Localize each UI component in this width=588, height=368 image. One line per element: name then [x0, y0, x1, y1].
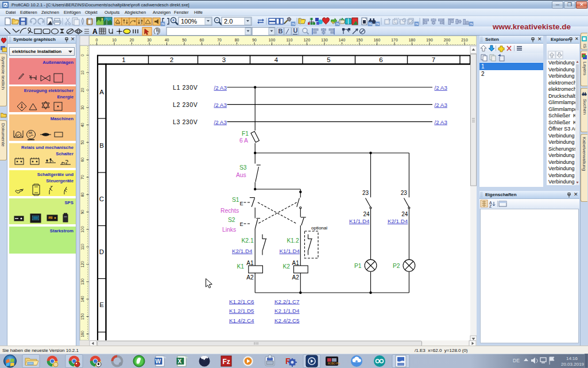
svg-text:Fz: Fz	[223, 358, 230, 366]
svg-text:Aus: Aus	[236, 172, 246, 178]
svg-text:S1: S1	[232, 197, 239, 203]
svg-text:70: 70	[80, 175, 84, 179]
svg-text:130: 130	[321, 38, 328, 42]
svg-text:K2/1.D4: K2/1.D4	[388, 218, 408, 224]
svg-text:ROBO Pro: ROBO Pro	[328, 362, 341, 365]
svg-text:50: 50	[182, 38, 187, 42]
svg-text:W: W	[156, 358, 161, 365]
svg-text:110: 110	[287, 38, 293, 42]
svg-text:10: 10	[80, 70, 84, 75]
svg-text:K1/1.D4: K1/1.D4	[349, 218, 370, 224]
svg-text:B: B	[278, 28, 283, 34]
svg-text:DE: DE	[513, 358, 520, 363]
svg-text:80: 80	[80, 192, 84, 197]
svg-text:K2.2/1.C7: K2.2/1.C7	[274, 298, 300, 305]
svg-text:K2.4/2.C5: K2.4/2.C5	[274, 317, 300, 324]
svg-text:A2: A2	[292, 274, 300, 281]
svg-text:/2 A3: /2 A3	[435, 85, 448, 91]
svg-text:S3: S3	[239, 164, 247, 171]
svg-text:S2: S2	[228, 217, 235, 223]
svg-text:0: 0	[96, 38, 98, 42]
svg-text:120: 120	[80, 261, 84, 268]
svg-text:A1: A1	[246, 260, 254, 266]
svg-text:C: C	[99, 195, 104, 202]
svg-text:2: 2	[170, 56, 173, 63]
svg-text:0: 0	[80, 54, 84, 56]
svg-text:/2 A3: /2 A3	[435, 119, 448, 125]
svg-text:23: 23	[362, 190, 369, 196]
svg-text:60: 60	[80, 158, 84, 162]
svg-text:A1: A1	[292, 260, 300, 266]
svg-text:E: E	[99, 301, 104, 308]
svg-text:D: D	[99, 248, 104, 255]
svg-text:Z: Z	[489, 204, 492, 208]
svg-text:210: 210	[461, 38, 468, 42]
svg-text:160: 160	[80, 331, 84, 338]
svg-text:3: 3	[222, 56, 226, 63]
svg-text:P1: P1	[354, 263, 362, 269]
svg-text:200: 200	[444, 38, 451, 42]
svg-text:/2 A3: /2 A3	[214, 85, 227, 91]
svg-text:160: 160	[374, 38, 381, 42]
svg-text:30: 30	[147, 38, 152, 42]
svg-text:10: 10	[112, 38, 117, 42]
svg-text:/2 A3: /2 A3	[435, 102, 448, 108]
svg-text:24: 24	[401, 211, 408, 217]
svg-text:23: 23	[401, 190, 408, 196]
svg-text:E: E	[240, 221, 243, 227]
svg-text:90: 90	[252, 38, 257, 42]
svg-text:50: 50	[80, 140, 84, 145]
svg-text:180: 180	[409, 38, 416, 42]
svg-text:K1.2/1.C6: K1.2/1.C6	[229, 298, 254, 305]
svg-text:20.03.2019: 20.03.2019	[561, 362, 585, 367]
svg-text:1: 1	[122, 56, 125, 63]
svg-text:SPS: SPS	[48, 217, 53, 220]
svg-text:80: 80	[235, 38, 239, 42]
svg-text:Rechts: Rechts	[220, 208, 239, 214]
svg-text:L2 230V: L2 230V	[173, 101, 198, 108]
svg-text:140: 140	[339, 38, 346, 42]
svg-text:L1 230V: L1 230V	[173, 84, 198, 91]
svg-text:6: 6	[379, 56, 382, 63]
svg-text:90: 90	[80, 210, 84, 214]
svg-text:X: X	[178, 358, 182, 365]
svg-text:110: 110	[80, 244, 84, 250]
svg-text:K1.4/2.C4: K1.4/2.C4	[229, 317, 254, 324]
svg-text:A2: A2	[246, 274, 254, 281]
svg-text:K1.2/1.D5: K1.2/1.D5	[229, 308, 254, 314]
svg-text:24: 24	[363, 211, 370, 217]
svg-text:K1/1.D4: K1/1.D4	[280, 248, 300, 254]
svg-text:K2: K2	[283, 263, 291, 270]
svg-text:K2.1/1.D4: K2.1/1.D4	[274, 308, 300, 314]
svg-text:60: 60	[200, 38, 204, 42]
svg-text:optional: optional	[311, 225, 327, 231]
svg-text:130: 130	[80, 278, 84, 285]
svg-text:100: 100	[80, 226, 84, 233]
svg-text:6 A: 6 A	[239, 137, 248, 144]
svg-text:140: 140	[80, 296, 84, 302]
svg-text:88: 88	[29, 131, 33, 135]
svg-text:40: 40	[80, 122, 84, 127]
svg-text:U: U	[293, 27, 298, 34]
svg-text:K1.2: K1.2	[287, 237, 299, 244]
svg-text:P2: P2	[393, 263, 400, 269]
svg-text:F1: F1	[242, 131, 249, 137]
svg-text:70: 70	[217, 38, 222, 42]
svg-text:7: 7	[432, 56, 435, 63]
svg-text:40: 40	[165, 38, 169, 42]
svg-text:150: 150	[80, 313, 84, 320]
svg-text:14:16: 14:16	[566, 356, 578, 361]
svg-text:A: A	[99, 89, 104, 95]
svg-text:/2 A3: /2 A3	[214, 119, 227, 125]
svg-text:L3 230V: L3 230V	[173, 118, 198, 125]
svg-text:170: 170	[391, 38, 398, 42]
svg-text:20: 20	[80, 88, 84, 93]
svg-text:100: 100	[269, 38, 276, 42]
svg-text:2.0: 2.0	[224, 18, 233, 25]
svg-text:100%: 100%	[181, 18, 197, 25]
svg-text:190: 190	[426, 38, 433, 42]
svg-text:120: 120	[304, 38, 311, 42]
svg-text:Links: Links	[222, 227, 236, 233]
svg-text:5: 5	[327, 56, 330, 63]
svg-text:20: 20	[130, 38, 134, 42]
